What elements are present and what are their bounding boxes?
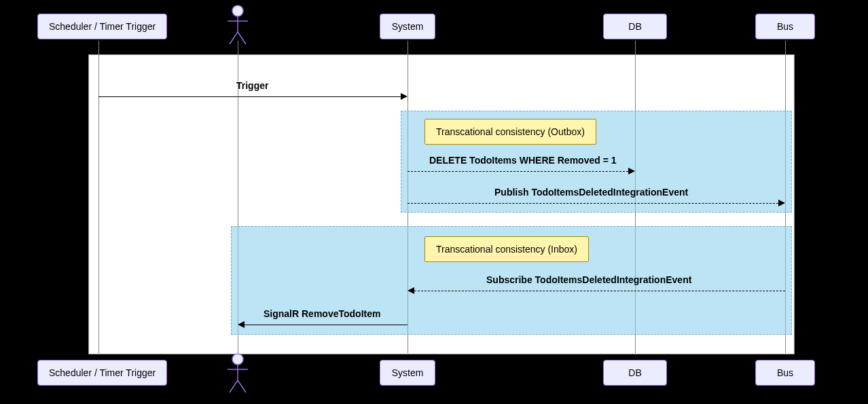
participant-bus-top: Bus (755, 14, 815, 39)
msg-subscribe-label: Subscribe TodoItemsDeletedIntegrationEve… (486, 274, 691, 285)
participant-scheduler-label-b: Scheduler / Timer Trigger (49, 367, 156, 378)
svg-line-8 (230, 380, 238, 392)
participant-system-top: System (380, 14, 435, 39)
participant-scheduler-bottom: Scheduler / Timer Trigger (37, 360, 167, 386)
note-inbox-text: Transcational consistency (Inbox) (436, 244, 577, 255)
svg-point-0 (232, 5, 243, 16)
participant-system-label-b: System (392, 367, 424, 378)
svg-point-5 (232, 354, 243, 365)
msg-trigger-label: Trigger (236, 80, 268, 91)
participant-scheduler-label: Scheduler / Timer Trigger (49, 21, 156, 32)
actor-top (225, 5, 250, 45)
participant-system-label: System (392, 21, 424, 32)
note-inbox: Transcational consistency (Inbox) (424, 236, 589, 262)
participant-system-bottom: System (380, 360, 435, 386)
lifeline-scheduler (98, 41, 99, 353)
msg-signalr-line (245, 325, 408, 325)
participant-db-top: DB (603, 14, 667, 39)
msg-signalr-head (238, 321, 245, 328)
participant-bus-bottom: Bus (755, 360, 815, 386)
msg-subscribe-line (414, 291, 785, 291)
participant-db-label: DB (628, 21, 641, 32)
msg-signalr-label: SignalR RemoveTodoItem (264, 308, 380, 319)
svg-line-9 (238, 380, 246, 392)
svg-line-3 (230, 32, 238, 44)
participant-bus-label-b: Bus (777, 367, 793, 378)
participant-db-label-b: DB (628, 367, 641, 378)
msg-delete-head (628, 168, 635, 175)
participant-bus-label: Bus (777, 21, 793, 32)
actor-bottom (225, 353, 250, 394)
note-outbox: Transcational consistency (Outbox) (424, 119, 596, 145)
msg-publish-head (778, 200, 785, 206)
note-outbox-text: Transcational consistency (Outbox) (436, 126, 585, 137)
msg-publish-label: Publish TodoItemsDeletedIntegrationEvent (494, 187, 688, 198)
msg-trigger-line (98, 96, 401, 97)
msg-publish-line (408, 203, 778, 204)
msg-trigger-head (401, 93, 408, 100)
msg-subscribe-head (408, 287, 414, 294)
svg-line-4 (238, 32, 246, 44)
msg-delete-line (408, 171, 628, 172)
msg-delete-label: DELETE TodoItems WHERE Removed = 1 (429, 155, 617, 166)
participant-db-bottom: DB (603, 360, 667, 386)
participant-scheduler-top: Scheduler / Timer Trigger (37, 14, 167, 39)
